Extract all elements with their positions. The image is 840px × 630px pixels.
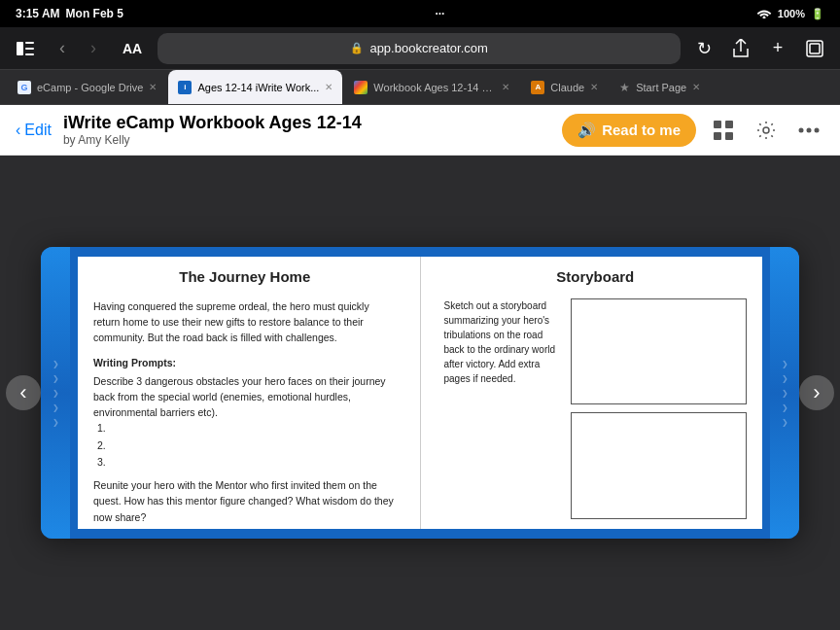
left-decoration: ❯ ❯ ❯ ❯ ❯ (41, 247, 70, 539)
tab-label-startpage: Start Page (636, 82, 686, 93)
app-toolbar: ‹ Edit iWrite eCamp Workbook Ages 12-14 … (0, 105, 840, 156)
address-bar[interactable]: 🔒 app.bookcreator.com (158, 33, 681, 64)
tab-favicon-iwrite: i (178, 81, 192, 94)
dots-indicator: ··· (435, 7, 444, 20)
tab-label-workbook: Workbook Ages 12-14 b... (373, 82, 496, 93)
svg-rect-1 (25, 42, 34, 44)
prompt3: Have your hero wrestle with wanting to r… (93, 533, 397, 539)
tab-favicon-workbook (354, 81, 368, 94)
lock-icon: 🔒 (350, 42, 364, 54)
read-to-label: Read to me (602, 122, 681, 138)
storyboard-box-top[interactable] (571, 298, 748, 405)
svg-rect-2 (25, 48, 34, 50)
back-button[interactable]: ‹ (49, 35, 76, 62)
book-title: iWrite eCamp Workbook Ages 12-14 (63, 113, 550, 133)
svg-rect-0 (17, 42, 23, 55)
tab-favicon-ecamp: G (18, 81, 31, 94)
right-page: Storyboard Sketch out a storyboard summa… (421, 247, 771, 539)
tab-workbook[interactable]: Workbook Ages 12-14 b... ✕ (344, 70, 519, 104)
battery-icon: 🔋 (811, 8, 824, 20)
prompt1: Describe 3 dangerous obstacles your hero… (93, 373, 397, 421)
svg-point-12 (807, 127, 812, 132)
new-tab-button[interactable]: + (764, 35, 791, 62)
sidebar-button[interactable] (12, 35, 39, 62)
svg-rect-3 (25, 53, 34, 55)
book-author: by Amy Kelly (63, 133, 550, 147)
tab-claude[interactable]: A Claude ✕ (521, 70, 608, 104)
list-item-1: 1. (97, 420, 397, 436)
tab-close-startpage[interactable]: ✕ (692, 82, 700, 92)
storyboard-description: Sketch out a storyboard summarizing your… (444, 298, 561, 520)
settings-button[interactable] (751, 115, 782, 146)
next-page-button[interactable]: › (799, 375, 834, 410)
forward-button[interactable]: › (80, 35, 107, 62)
storyboard-boxes (571, 298, 748, 520)
storyboard-content: Sketch out a storyboard summarizing your… (444, 298, 748, 520)
text-size-button[interactable]: AA (117, 39, 148, 58)
read-to-button[interactable]: 🔊 Read to me (562, 114, 696, 147)
right-page-title: Storyboard (444, 266, 748, 289)
list-item-3: 3. (97, 454, 397, 470)
edit-button[interactable]: ‹ Edit (16, 122, 52, 139)
wifi-icon (756, 7, 772, 20)
tab-startpage[interactable]: ★ Start Page ✕ (610, 70, 710, 104)
more-button[interactable] (793, 115, 824, 146)
svg-point-10 (763, 127, 769, 133)
svg-rect-8 (714, 132, 721, 140)
list-item-2: 2. (97, 438, 397, 453)
reload-button[interactable]: ↻ (690, 35, 718, 62)
tabs-button[interactable] (801, 35, 828, 62)
book-spread: ❯ ❯ ❯ ❯ ❯ The Journey Home Having conque… (41, 247, 799, 539)
share-button[interactable] (727, 35, 754, 62)
grid-view-button[interactable] (708, 115, 739, 146)
tab-favicon-claude: A (531, 81, 544, 94)
date: Mon Feb 5 (66, 7, 123, 20)
tab-label-claude: Claude (550, 82, 584, 93)
tab-favicon-startpage: ★ (619, 81, 630, 94)
tab-ecamp[interactable]: G eCamp - Google Drive ✕ (8, 70, 166, 104)
tab-close-workbook[interactable]: ✕ (502, 82, 509, 92)
tab-label-iwrite: Ages 12-14 iWrite Work... (197, 82, 319, 93)
right-decoration: ❯ ❯ ❯ ❯ ❯ (770, 247, 799, 539)
tab-close-ecamp[interactable]: ✕ (149, 82, 157, 92)
url-text: app.bookcreator.com (369, 41, 487, 55)
svg-point-11 (799, 127, 804, 132)
svg-rect-5 (810, 44, 820, 53)
content-area: ‹ ❯ ❯ ❯ ❯ ❯ The Journey Home Having conq… (0, 156, 840, 630)
svg-point-13 (815, 127, 820, 132)
numbered-list: 1. 2. 3. (97, 420, 397, 470)
tabs-bar: G eCamp - Google Drive ✕ i Ages 12-14 iW… (0, 70, 840, 105)
browser-toolbar: ‹ › AA 🔒 app.bookcreator.com ↻ + (0, 27, 840, 70)
status-bar: 3:15 AM Mon Feb 5 ··· 100% 🔋 (0, 0, 840, 27)
book-title-area: iWrite eCamp Workbook Ages 12-14 by Amy … (63, 113, 550, 147)
tab-iwrite[interactable]: i Ages 12-14 iWrite Work... ✕ (168, 70, 342, 104)
svg-rect-6 (714, 121, 721, 128)
left-page-intro: Having conquered the supreme ordeal, the… (93, 298, 397, 346)
tab-close-iwrite[interactable]: ✕ (325, 82, 332, 92)
prompt2: Reunite your hero with the Mentor who fi… (93, 477, 397, 525)
prev-page-button[interactable]: ‹ (6, 375, 41, 410)
edit-label: Edit (24, 122, 52, 139)
speaker-icon: 🔊 (578, 122, 596, 139)
svg-rect-9 (725, 132, 733, 140)
time: 3:15 AM (16, 7, 60, 20)
left-page-title: The Journey Home (93, 266, 397, 289)
writing-prompts-label: Writing Prompts: (93, 355, 397, 370)
battery-level: 100% (778, 8, 805, 19)
tab-label-ecamp: eCamp - Google Drive (37, 82, 143, 93)
tab-close-claude[interactable]: ✕ (590, 82, 598, 92)
edit-back-arrow: ‹ (16, 122, 20, 139)
storyboard-box-bottom[interactable] (571, 412, 748, 519)
left-page: The Journey Home Having conquered the su… (70, 247, 420, 539)
svg-rect-7 (725, 121, 733, 128)
